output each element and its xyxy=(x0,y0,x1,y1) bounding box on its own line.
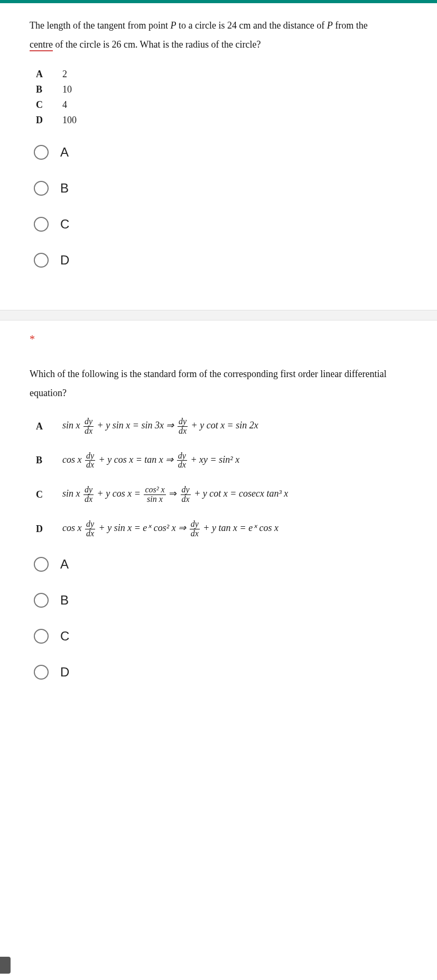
eq-part: + y sin x = eˣ cos² x ⇒ xyxy=(99,523,189,533)
fraction: dydx xyxy=(177,452,187,470)
frac-num: dy xyxy=(178,417,188,427)
q2-option-row: C sin x dydx + y cos x = cos² xsin x ⇒ d… xyxy=(36,486,407,504)
q2-option-row: A sin x dydx + y sin x = sin 3x ⇒ dydx +… xyxy=(36,417,407,436)
q1-t2: to a circle is 24 cm and the distance of xyxy=(176,20,327,31)
radio-icon xyxy=(34,181,49,196)
radio-icon xyxy=(34,665,49,680)
fraction: dydx xyxy=(85,452,95,470)
frac-num: dy xyxy=(190,520,200,529)
frac-den: dx xyxy=(190,529,200,538)
frac-num: cos² x xyxy=(144,486,165,495)
eq-part: ⇒ xyxy=(169,489,180,499)
equation: sin x dydx + y sin x = sin 3x ⇒ dydx + y… xyxy=(62,417,258,436)
q1-options-list: A 2 B 10 C 4 D 100 xyxy=(36,69,407,126)
option-value: 10 xyxy=(62,84,72,95)
question-1: The length of the tangent from point P t… xyxy=(0,3,437,310)
radio-option-c[interactable]: C xyxy=(34,217,407,232)
required-star-icon: * xyxy=(30,333,407,345)
q2-option-row: B cos x dydx + y cos x = tan x ⇒ dydx + … xyxy=(36,452,407,470)
question-2: * Which of the following is the standard… xyxy=(0,320,437,722)
radio-option-d[interactable]: D xyxy=(34,665,407,680)
radio-label: B xyxy=(60,181,69,196)
fraction: dydx xyxy=(190,520,200,538)
fraction: dydx xyxy=(181,486,191,504)
option-label: A xyxy=(36,421,62,432)
q1-option-row: A 2 xyxy=(36,69,407,80)
q1-underlined: centre xyxy=(30,40,53,51)
option-label: D xyxy=(36,524,62,535)
radio-label: A xyxy=(60,145,69,160)
frac-num: dy xyxy=(177,452,187,461)
frac-den: dx xyxy=(177,461,187,470)
fraction: dydx xyxy=(85,520,95,538)
equation: cos x dydx + y sin x = eˣ cos² x ⇒ dydx … xyxy=(62,520,278,538)
question-2-text: Which of the following is the standard f… xyxy=(30,364,407,402)
radio-label: C xyxy=(60,629,69,644)
question-1-text: The length of the tangent from point P t… xyxy=(30,16,407,54)
frac-den: dx xyxy=(85,461,95,470)
frac-den: dx xyxy=(83,495,94,504)
option-label: C xyxy=(36,99,62,111)
radio-icon xyxy=(34,557,49,572)
fraction: dydx xyxy=(83,417,94,436)
radio-option-a[interactable]: A xyxy=(34,145,407,160)
radio-label: A xyxy=(60,557,69,572)
equation: sin x dydx + y cos x = cos² xsin x ⇒ dyd… xyxy=(62,486,288,504)
radio-icon xyxy=(34,253,49,268)
radio-option-b[interactable]: B xyxy=(34,181,407,196)
fraction: cos² xsin x xyxy=(144,486,165,504)
eq-part: + y tan x = eˣ cos x xyxy=(203,523,278,533)
q2-option-row: D cos x dydx + y sin x = eˣ cos² x ⇒ dyd… xyxy=(36,520,407,538)
eq-part: cos x xyxy=(62,523,81,533)
radio-option-c[interactable]: C xyxy=(34,629,407,644)
option-value: 2 xyxy=(62,69,67,80)
radio-label: D xyxy=(60,253,69,268)
q1-italic1: P xyxy=(170,20,176,31)
frac-den: dx xyxy=(83,427,94,436)
eq-part: + y cot x = cosecx tan³ x xyxy=(194,489,288,499)
option-value: 100 xyxy=(62,115,77,126)
radio-label: C xyxy=(60,217,69,232)
radio-option-b[interactable]: B xyxy=(34,593,407,608)
option-value: 4 xyxy=(62,99,67,111)
option-label: C xyxy=(36,489,62,500)
q1-t1: The length of the tangent from point xyxy=(30,20,170,31)
eq-part: + y sin x = sin 3x ⇒ xyxy=(97,420,176,431)
q1-option-row: D 100 xyxy=(36,115,407,126)
q2-options-list: A sin x dydx + y sin x = sin 3x ⇒ dydx +… xyxy=(36,417,407,538)
frac-den: dx xyxy=(178,427,188,436)
radio-icon xyxy=(34,145,49,160)
eq-part: sin x xyxy=(62,489,80,499)
equation: cos x dydx + y cos x = tan x ⇒ dydx + xy… xyxy=(62,452,239,470)
frac-den: dx xyxy=(85,529,95,538)
frac-num: dy xyxy=(83,417,94,427)
radio-icon xyxy=(34,629,49,644)
radio-option-d[interactable]: D xyxy=(34,253,407,268)
option-label: A xyxy=(36,69,62,80)
radio-label: D xyxy=(60,665,69,680)
q1-option-row: B 10 xyxy=(36,84,407,95)
question-divider xyxy=(0,310,437,320)
frac-num: dy xyxy=(85,520,95,529)
radio-icon xyxy=(34,593,49,608)
q1-italic2: P xyxy=(327,20,333,31)
frac-num: dy xyxy=(83,486,94,495)
option-label: B xyxy=(36,84,62,95)
radio-option-a[interactable]: A xyxy=(34,557,407,572)
frac-den: sin x xyxy=(146,495,164,504)
eq-part: + xy = sin² x xyxy=(190,454,239,465)
eq-part: cos x xyxy=(62,454,81,465)
option-label: D xyxy=(36,115,62,126)
eq-part: + y cos x = xyxy=(97,489,143,499)
q1-option-row: C 4 xyxy=(36,99,407,111)
radio-icon xyxy=(34,217,49,232)
frac-num: dy xyxy=(85,452,95,461)
q1-t3: from the xyxy=(333,20,368,31)
frac-den: dx xyxy=(181,495,191,504)
eq-part: + y cos x = tan x ⇒ xyxy=(99,454,176,465)
q1-t4: of the circle is 26 cm. What is the radi… xyxy=(53,39,261,50)
q2-radio-group: A B C D xyxy=(34,557,407,680)
frac-num: dy xyxy=(181,486,191,495)
eq-part: + y cot x = sin 2x xyxy=(191,420,258,431)
q1-radio-group: A B C D xyxy=(34,145,407,268)
